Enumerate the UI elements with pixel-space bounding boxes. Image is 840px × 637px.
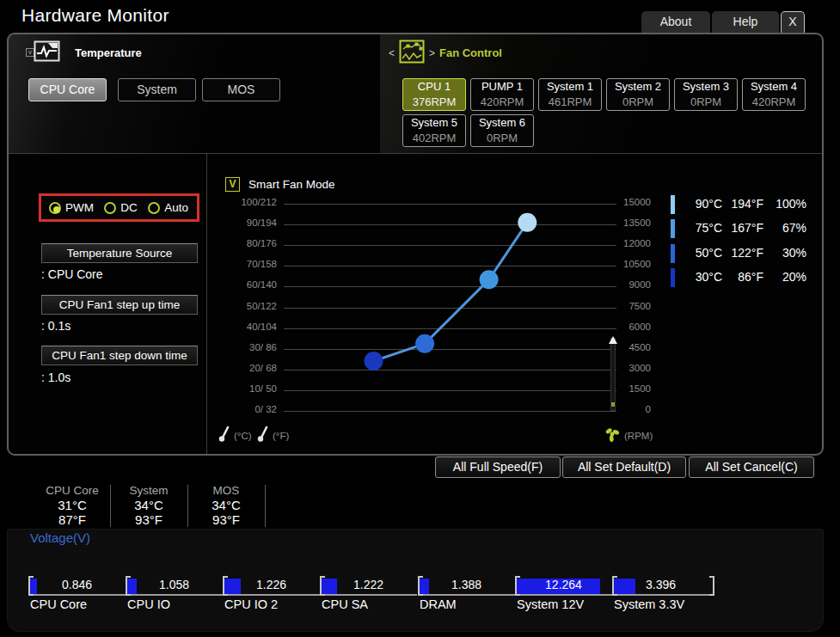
status-mos-label: MOS <box>187 484 265 498</box>
radio-auto[interactable]: Auto <box>148 201 188 214</box>
fan-control-prev-arrow[interactable]: < <box>389 47 395 59</box>
fan-rpm-value: 0RPM <box>675 95 737 109</box>
gauge-label: System 3.3V <box>614 597 684 611</box>
status-mos-celsius: 34°C <box>187 498 265 512</box>
fan-curve-table-row: 90°C194°F100% <box>671 195 808 214</box>
setpoint-fahrenheit: 194°F <box>726 197 763 211</box>
setpoint-percent: 67% <box>767 221 806 235</box>
gauge-value: 1.222 <box>320 578 417 591</box>
fan-button-cpu-1[interactable]: CPU 1376RPM <box>402 78 466 111</box>
left-axis-tick-label: 30/ 86 <box>212 342 277 352</box>
fan-curve-point[interactable] <box>518 213 536 232</box>
fan-rpm-icon <box>604 426 620 442</box>
smart-fan-label: Smart Fan Mode <box>248 178 335 191</box>
gauge-value: 1.388 <box>418 578 515 591</box>
temp-tab-system[interactable]: System <box>118 78 196 101</box>
voltage-gauge-system-3-3v: 3.396System 3.3V <box>612 576 709 614</box>
fan-curve-point[interactable] <box>480 270 499 289</box>
voltage-section-link[interactable]: Voltage(V) <box>30 530 90 545</box>
fan-curve-point[interactable] <box>415 334 434 353</box>
gauge-label: DRAM <box>420 597 457 611</box>
fan-rpm-value: 420RPM <box>471 95 533 109</box>
status-mos-fahrenheit: 93°F <box>187 512 265 527</box>
smart-fan-checkbox[interactable]: V <box>225 177 240 192</box>
status-cpu-core-celsius: 31°C <box>34 498 111 512</box>
gauge-track <box>418 594 515 596</box>
fan-button-system-1[interactable]: System 1461RPM <box>538 78 602 111</box>
setpoint-color-bar <box>671 268 675 287</box>
status-cpu-core: CPU Core 31°C 87°F <box>34 484 111 527</box>
step-down-time-button[interactable]: CPU Fan1 step down time <box>41 346 198 365</box>
temperature-graph-icon <box>34 40 61 64</box>
left-axis-tick-label: 0/ 32 <box>212 404 277 414</box>
thermometer-celsius-icon <box>218 426 231 443</box>
fan-rpm-value: 0RPM <box>471 131 533 145</box>
fan-speed-slider[interactable] <box>610 338 616 411</box>
temperature-section-title: Temperature <box>75 46 142 59</box>
rpm-legend-label: (RPM) <box>624 431 653 441</box>
setpoint-celsius: 50°C <box>676 246 722 260</box>
fan-button-pump-1[interactable]: PUMP 1420RPM <box>470 78 534 111</box>
about-button[interactable]: About <box>641 11 710 34</box>
radio-auto-circle <box>148 202 160 214</box>
temp-tab-cpu-core[interactable]: CPU Core <box>28 78 107 101</box>
gauge-value: 12.264 <box>515 578 612 591</box>
fahrenheit-legend-label: (°F) <box>273 431 289 441</box>
fan-name: CPU 1 <box>403 79 465 95</box>
gauge-track <box>223 594 320 596</box>
setpoint-celsius: 30°C <box>676 270 722 284</box>
status-system-label: System <box>110 484 187 498</box>
thermometer-fahrenheit-icon <box>256 426 270 443</box>
setpoint-color-bar <box>671 195 675 214</box>
fan-curve-table-row: 30°C86°F20% <box>671 268 808 287</box>
fan-curve-table-row: 75°C167°F67% <box>671 219 808 238</box>
setpoint-celsius: 90°C <box>676 197 722 211</box>
gauge-track <box>28 594 126 596</box>
step-down-time-value: : 1.0s <box>41 371 71 384</box>
radio-auto-label: Auto <box>164 201 188 214</box>
gauge-label: CPU IO 2 <box>224 597 278 611</box>
gauge-track <box>126 594 223 596</box>
radio-dc-circle <box>104 202 116 214</box>
fan-button-system-5[interactable]: System 5402RPM <box>402 114 466 147</box>
right-axis-tick-label: 10500 <box>623 259 651 269</box>
radio-pwm-label: PWM <box>65 201 94 214</box>
setpoint-fahrenheit: 122°F <box>726 246 763 260</box>
right-axis-tick-label: 15000 <box>623 197 651 207</box>
fan-rpm-value: 402RPM <box>403 131 465 145</box>
fan-button-system-2[interactable]: System 20RPM <box>606 78 670 111</box>
status-mos: MOS 34°C 93°F <box>187 484 265 527</box>
right-axis-tick-label: 4500 <box>623 342 651 352</box>
radio-pwm-circle <box>49 202 61 214</box>
all-full-speed-button[interactable]: All Full Speed(F) <box>435 456 561 478</box>
horizontal-divider <box>9 153 822 154</box>
fan-button-system-6[interactable]: System 60RPM <box>470 114 534 147</box>
fan-button-system-4[interactable]: System 4420RPM <box>742 78 806 111</box>
status-cpu-core-fahrenheit: 87°F <box>34 512 111 527</box>
fan-control-section-title: Fan Control <box>439 46 502 59</box>
help-button[interactable]: Help <box>712 11 779 34</box>
status-divider <box>110 485 111 527</box>
gauge-track <box>612 594 709 596</box>
all-set-default-button[interactable]: All Set Default(D) <box>562 456 686 478</box>
status-system: System 34°C 93°F <box>110 484 187 527</box>
step-up-time-button[interactable]: CPU Fan1 step up time <box>41 295 198 315</box>
gauge-track <box>320 594 417 596</box>
fan-button-system-3[interactable]: System 30RPM <box>674 78 738 111</box>
gauge-label: CPU SA <box>322 597 368 611</box>
temp-tab-mos[interactable]: MOS <box>202 78 280 101</box>
fan-curve-point[interactable] <box>365 352 383 371</box>
radio-dc[interactable]: DC <box>104 201 138 214</box>
fan-name: System 1 <box>539 79 601 95</box>
all-set-cancel-button[interactable]: All Set Cancel(C) <box>689 456 814 478</box>
fan-control-next-arrow[interactable]: > <box>429 47 435 59</box>
right-axis-tick-label: 3000 <box>623 363 651 373</box>
close-button[interactable]: X <box>781 11 805 34</box>
slider-handle-icon[interactable] <box>609 336 617 344</box>
radio-pwm[interactable]: PWM <box>49 201 94 214</box>
voltage-gauge-system-12v: 12.264System 12V <box>515 576 612 614</box>
step-up-time-value: : 0.1s <box>41 319 71 333</box>
fan-name: PUMP 1 <box>471 79 533 95</box>
fan-curve-line <box>374 223 528 361</box>
temperature-source-button[interactable]: Temperature Source <box>41 243 198 263</box>
